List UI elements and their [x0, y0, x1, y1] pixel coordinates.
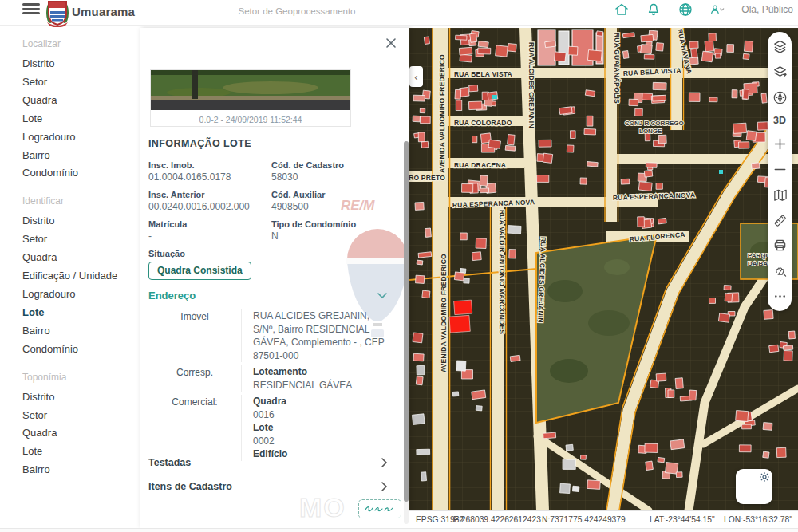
sidebar-identificar-lote[interactable]: Lote [22, 304, 140, 322]
app-title: Umuarama [72, 5, 135, 18]
sidebar-localizar-distrito[interactable]: Distrito [22, 55, 140, 73]
sidebar-localizar-lote[interactable]: Lote [22, 110, 140, 128]
address-row-corresp: Corresp. Loteamento RESIDENCIAL GÁVEA [148, 365, 388, 392]
field-value-insc-imob: 01.0004.0165.0178 [148, 171, 271, 183]
sidebar-localizar-quadra[interactable]: Quadra [22, 92, 140, 110]
chevron-right-icon [381, 481, 388, 492]
panel-collapse-button[interactable]: ‹ [409, 66, 423, 87]
sidebar-identificar-bairro[interactable]: Bairro [22, 322, 140, 341]
basemap-switch-icon[interactable] [772, 65, 788, 80]
sidebar-localizar-setor[interactable]: Setor [22, 73, 140, 92]
street-label-colorado: RUA COLORADO [454, 119, 512, 127]
imovel-label: Imóvel [148, 309, 241, 362]
bell-icon[interactable] [646, 2, 662, 18]
watermark-fragment: MO [299, 492, 346, 523]
address-row-comercial: Comercial: Quadra 0016 Lote 0002 Edifíci… [148, 395, 388, 461]
chevron-right-icon [381, 457, 388, 468]
panel-scrollbar[interactable] [404, 141, 409, 524]
coordinate-status-bar: EPSG:31982 E:268039.42262612423 N:737177… [409, 510, 798, 528]
lot-photo-card[interactable]: 0.0-2 - 24/09/2019 11:52:44 [150, 69, 351, 127]
sidebar-identificar-condominio[interactable]: Condomínio [22, 341, 140, 359]
layers-icon[interactable] [772, 39, 788, 54]
hamburger-menu-icon[interactable] [22, 3, 40, 16]
sidebar-nav: Localizar Distrito Setor Quadra Lote Log… [0, 26, 140, 532]
situacao-status-badge[interactable]: Quadra Consistida [148, 262, 251, 280]
user-menu-icon[interactable] [709, 2, 725, 18]
map-canvas[interactable]: AVENIDA VALDOMIRO FREDERICO AVENIDA VALD… [409, 28, 798, 510]
field-value-matricula: - [148, 231, 271, 242]
address-row-imovel: Imóvel RUA ALCIDES GREJANIN, S/Nº, Bairr… [148, 309, 388, 362]
testadas-expander[interactable]: Testadas [148, 457, 388, 468]
photo-caption: 0.0-2 - 24/09/2019 11:52:44 [151, 115, 350, 124]
3d-view-button[interactable]: 3D [773, 115, 786, 126]
imovel-value: RUA ALCIDES GREJANIN, S/Nº, Bairro RESID… [253, 309, 388, 362]
field-value-insc-anterior: 00.0240.0016.0002.000 [148, 201, 271, 212]
map-marker-cyan [492, 95, 497, 99]
aerial-parcel-map[interactable]: AVENIDA VALDOMIRO FREDERICO AVENIDA VALD… [409, 28, 798, 510]
quadra-label: Quadra [253, 395, 388, 408]
user-greeting[interactable]: Olá, Público [741, 4, 793, 15]
zoom-out-icon[interactable] [772, 162, 788, 177]
scribble-icon [364, 503, 396, 514]
field-value-cod-auxiliar: 4908500 [271, 201, 397, 212]
corresp-label: Corresp. [148, 365, 241, 392]
lot-photo [151, 70, 350, 110]
sidebar-toponimia-bairro[interactable]: Bairro [22, 461, 140, 479]
print-icon[interactable] [772, 238, 788, 253]
sidebar-identificar-logradouro[interactable]: Logradouro [22, 286, 140, 304]
section-title-localizar: Localizar [22, 38, 140, 49]
measure-ruler-icon[interactable] [772, 213, 788, 228]
sidebar-toponimia-setor[interactable]: Setor [22, 407, 140, 425]
street-label-bela-vista: RUA BELA VISTA [454, 70, 512, 78]
lot-fields-grid: Insc. Imob. 01.0004.0165.0178 Cód. de Ca… [148, 160, 397, 249]
sidebar-localizar-logradouro[interactable]: Logradouro [22, 128, 140, 147]
sidebar-toponimia-distrito[interactable]: Distrito [22, 388, 140, 407]
panel-scrollbar-thumb[interactable] [404, 141, 409, 502]
sidebar-identificar-edificacao[interactable]: Edificação / Unidade [22, 267, 140, 286]
easting-readout: E:268039.42262612423 [453, 515, 541, 524]
section-title-toponimia: Toponímia [22, 372, 140, 383]
field-label-insc-anterior: Insc. Anterior [148, 190, 271, 199]
district-label-conj-1: CONJ R CORREGO [625, 120, 684, 127]
sidebar-toponimia-lote[interactable]: Lote [22, 443, 140, 461]
endereco-section-header[interactable]: Endereço [148, 290, 388, 301]
globe-icon[interactable] [678, 2, 693, 18]
northing-readout: N:7371775.424249379 [542, 515, 626, 524]
lote-value: 0002 [253, 435, 388, 448]
field-label-insc-imob: Insc. Imob. [148, 160, 271, 170]
sidebar-toponimia-quadra[interactable]: Quadra [22, 424, 140, 443]
itens-cadastro-label: Itens de Cadastro [148, 481, 232, 492]
signature-sketch-button[interactable] [358, 499, 401, 518]
more-options-icon[interactable] [772, 289, 788, 304]
sidebar-localizar-bairro[interactable]: Bairro [22, 147, 140, 165]
sidebar-localizar-condominio[interactable]: Condomínio [22, 164, 140, 183]
gear-icon[interactable] [759, 471, 770, 483]
chevron-down-icon [377, 292, 388, 299]
sidebar-identificar-distrito[interactable]: Distrito [22, 212, 140, 231]
sidebar-identificar-quadra[interactable]: Quadra [22, 249, 140, 267]
lote-label: Lote [253, 421, 388, 435]
testadas-label: Testadas [148, 457, 191, 468]
sidebar-identificar-setor[interactable]: Setor [22, 231, 140, 249]
street-label-valdir: RUA VALDIR ANTONIO MARCONDES [498, 210, 506, 334]
district-label-conj-2: LONGE [639, 128, 662, 135]
field-label-matricula: Matrícula [148, 219, 271, 229]
map-settings-widget[interactable] [736, 469, 772, 504]
itens-cadastro-expander[interactable]: Itens de Cadastro [148, 481, 388, 492]
loteamento-value: RESIDENCIAL GÁVEA [253, 379, 388, 392]
quadra-value: 0016 [253, 408, 388, 422]
compass-orientation-icon[interactable] [772, 90, 788, 105]
street-label-valdomiro: AVENIDA VALDOMIRO FREDERICO [438, 54, 446, 173]
lot-info-panel: 0.0-2 - 24/09/2019 11:52:44 INFORMAÇÃO L… [140, 28, 409, 528]
section-title-identificar: Identificar [22, 195, 140, 207]
overview-map-icon[interactable] [772, 187, 788, 203]
map-marker-cyan-2 [719, 170, 723, 174]
street-label-dracena: RUA DRACENA [454, 161, 506, 169]
sketch-hand-icon[interactable] [772, 263, 788, 278]
street-label-ouro-preto: OURO PRETO [409, 174, 445, 182]
street-label-valdomiro-2: AVENIDA VALDOMIRO FREDERICO [440, 254, 448, 372]
close-icon[interactable] [384, 36, 398, 50]
home-icon[interactable] [614, 2, 630, 18]
city-crest-logo [45, 0, 69, 27]
zoom-in-icon[interactable] [772, 136, 788, 152]
